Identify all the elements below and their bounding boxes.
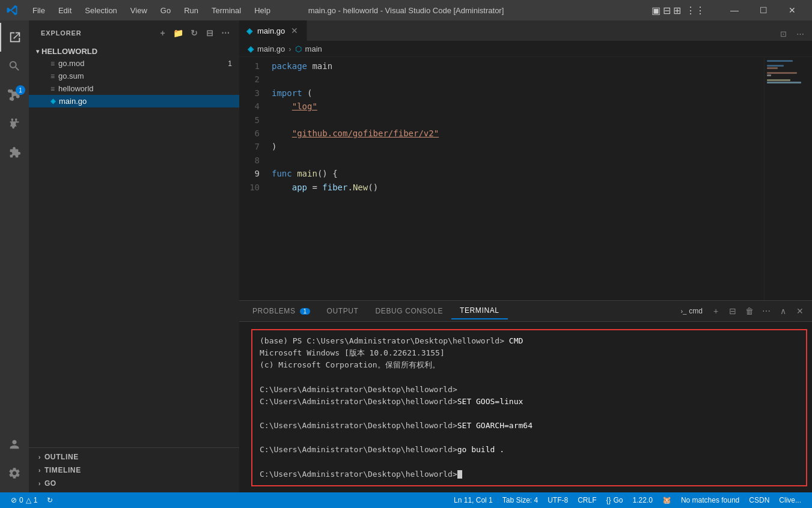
tab-terminal-label: TERMINAL bbox=[460, 306, 499, 315]
file-helloworld[interactable]: ≡ helloworld bbox=[29, 82, 239, 95]
explorer-more-button[interactable]: ⋯ bbox=[219, 26, 232, 40]
refresh-explorer-button[interactable]: ↻ bbox=[188, 26, 201, 40]
problems-badge: 1 bbox=[300, 308, 310, 315]
tab-terminal[interactable]: TERMINAL bbox=[451, 303, 507, 319]
tab-problems[interactable]: PROBLEMS 1 bbox=[244, 303, 319, 319]
collapse-button[interactable]: ⊟ bbox=[203, 26, 216, 40]
menu-run[interactable]: Run bbox=[178, 4, 204, 17]
editor: 1 2 3 4 5 6 7 8 9 10 package main bbox=[239, 57, 812, 300]
activity-source-control[interactable]: 1 bbox=[0, 80, 29, 109]
sidebar-bottom-sections: › OUTLINE › TIMELINE › GO bbox=[29, 447, 239, 492]
terminal-content[interactable]: (base) PS C:\Users\Administrator\Desktop… bbox=[239, 322, 812, 492]
menu-file[interactable]: File bbox=[26, 4, 51, 17]
tab-output[interactable]: OUTPUT bbox=[319, 303, 367, 319]
terminal-split-button[interactable]: ⊟ bbox=[725, 304, 740, 318]
activity-debug[interactable] bbox=[0, 109, 29, 138]
activity-search[interactable] bbox=[0, 52, 29, 80]
go-version-text: 1.22.0 bbox=[633, 496, 653, 504]
editor-layout-icon[interactable]: ⊞ bbox=[673, 5, 681, 16]
status-sync[interactable]: ↻ bbox=[42, 492, 58, 508]
status-csdn[interactable]: CSDN bbox=[744, 492, 774, 508]
menu-view[interactable]: View bbox=[124, 4, 153, 17]
status-line-ending[interactable]: CRLF bbox=[573, 492, 601, 508]
tab-go-icon: ◈ bbox=[246, 26, 252, 35]
menu-selection[interactable]: Selection bbox=[79, 4, 123, 17]
outline-chevron: › bbox=[38, 454, 41, 461]
code-editor[interactable]: package main import ( "log" bbox=[269, 57, 764, 300]
menu-go[interactable]: Go bbox=[154, 4, 177, 17]
close-button[interactable]: ✕ bbox=[778, 0, 806, 20]
outline-section[interactable]: › OUTLINE bbox=[29, 450, 239, 464]
file-go-mod[interactable]: ≡ go.mod 1 bbox=[29, 57, 239, 70]
tab-filename: main.go bbox=[257, 26, 285, 35]
breadcrumb-file[interactable]: main.go bbox=[257, 44, 285, 53]
code-line-4: "log" bbox=[269, 100, 764, 113]
go-file-icon: ◈ bbox=[50, 97, 55, 105]
tab-size-text: Tab Size: 4 bbox=[502, 496, 538, 504]
maximize-panel-button[interactable]: ∧ bbox=[776, 304, 790, 318]
status-tab-size[interactable]: Tab Size: 4 bbox=[498, 492, 543, 508]
outline-label: OUTLINE bbox=[44, 453, 79, 461]
go-section[interactable]: › GO bbox=[29, 477, 239, 490]
menu-terminal[interactable]: Terminal bbox=[206, 4, 247, 17]
timeline-chevron: › bbox=[38, 467, 41, 474]
status-go-icon[interactable]: 🐹 bbox=[658, 492, 676, 508]
line-ending-text: CRLF bbox=[578, 496, 596, 504]
maximize-button[interactable]: ☐ bbox=[749, 0, 777, 20]
line-numbers: 1 2 3 4 5 6 7 8 9 10 bbox=[239, 57, 269, 300]
split-editor-button[interactable]: ⊡ bbox=[776, 26, 790, 41]
file-main-go[interactable]: ◈ main.go bbox=[29, 95, 239, 107]
status-encoding[interactable]: UTF-8 bbox=[543, 492, 573, 508]
file-go-sum[interactable]: ≡ go.sum bbox=[29, 70, 239, 82]
activity-bar-bottom bbox=[0, 430, 29, 492]
terminal-shell-icon: ›_ bbox=[681, 307, 687, 315]
explorer-title: Explorer bbox=[41, 29, 82, 37]
activity-accounts[interactable] bbox=[0, 430, 29, 459]
warning-count: 1 bbox=[34, 496, 38, 504]
status-go-version[interactable]: 1.22.0 bbox=[628, 492, 658, 508]
go-sum-icon: ≡ bbox=[50, 72, 55, 80]
explorer-header: Explorer + 📁 ↻ ⊟ ⋯ bbox=[29, 20, 239, 43]
activity-explorer[interactable] bbox=[0, 23, 29, 52]
term-line-2: Microsoft Windows [版本 10.0.22621.3155] bbox=[260, 347, 799, 359]
content-area: ◈ main.go ✕ ⊡ ⋯ ◈ main.go › ⬡ main 1 bbox=[239, 20, 812, 492]
minimap bbox=[764, 57, 812, 300]
code-line-7: ) bbox=[269, 140, 764, 153]
menu-edit[interactable]: Edit bbox=[52, 4, 78, 17]
tab-close-button[interactable]: ✕ bbox=[290, 25, 299, 36]
tab-debug-console[interactable]: DEBUG CONSOLE bbox=[367, 303, 452, 319]
tab-main-go[interactable]: ◈ main.go ✕ bbox=[239, 20, 307, 41]
folder-helloworld[interactable]: ▾ HELLOWORLD bbox=[29, 46, 239, 57]
status-no-matches[interactable]: No matches found bbox=[676, 492, 744, 508]
kill-terminal-button[interactable]: 🗑 bbox=[742, 304, 757, 318]
status-clive[interactable]: Clive... bbox=[774, 492, 806, 508]
new-folder-button[interactable]: 📁 bbox=[172, 26, 185, 40]
menu-help[interactable]: Help bbox=[248, 4, 276, 17]
close-panel-button[interactable]: ✕ bbox=[793, 304, 807, 318]
status-language[interactable]: {} Go bbox=[602, 492, 628, 508]
activity-extensions[interactable] bbox=[0, 138, 29, 167]
editor-layout-buttons: ⊡ ⋯ bbox=[776, 26, 812, 41]
more-terminal-actions[interactable]: ⋯ bbox=[759, 304, 774, 318]
titlebar: File Edit Selection View Go Run Terminal… bbox=[0, 0, 812, 20]
language-text: Go bbox=[614, 496, 623, 504]
sidebar-layout-icon[interactable]: ▣ bbox=[652, 5, 661, 16]
sidebar: Explorer + 📁 ↻ ⊟ ⋯ ▾ HELLOWORLD ≡ go.mod… bbox=[29, 20, 239, 492]
status-errors[interactable]: ⊘ 0 △ 1 bbox=[6, 492, 42, 508]
new-file-button[interactable]: + bbox=[156, 26, 169, 40]
minimap-line-9 bbox=[767, 79, 790, 81]
titlebar-layout-icons: ▣ ⊟ ⊞ ⋮⋮ bbox=[652, 5, 707, 16]
panel-tabs: PROBLEMS 1 OUTPUT DEBUG CONSOLE TERMINAL bbox=[239, 301, 812, 322]
timeline-section[interactable]: › TIMELINE bbox=[29, 464, 239, 477]
window-title: main.go - helloworld - Visual Studio Cod… bbox=[308, 6, 504, 15]
new-terminal-button[interactable]: + bbox=[709, 304, 723, 318]
status-position[interactable]: Ln 11, Col 1 bbox=[449, 492, 498, 508]
folder-chevron: ▾ bbox=[36, 48, 39, 55]
panel-layout-icon[interactable]: ⊟ bbox=[663, 5, 671, 16]
minimize-button[interactable]: — bbox=[721, 0, 748, 20]
breadcrumb-symbol[interactable]: main bbox=[305, 44, 322, 53]
minimap-content bbox=[765, 57, 812, 86]
more-editor-actions[interactable]: ⋯ bbox=[793, 26, 807, 41]
customize-layout-icon[interactable]: ⋮⋮ bbox=[683, 5, 707, 16]
activity-settings[interactable] bbox=[0, 459, 29, 488]
